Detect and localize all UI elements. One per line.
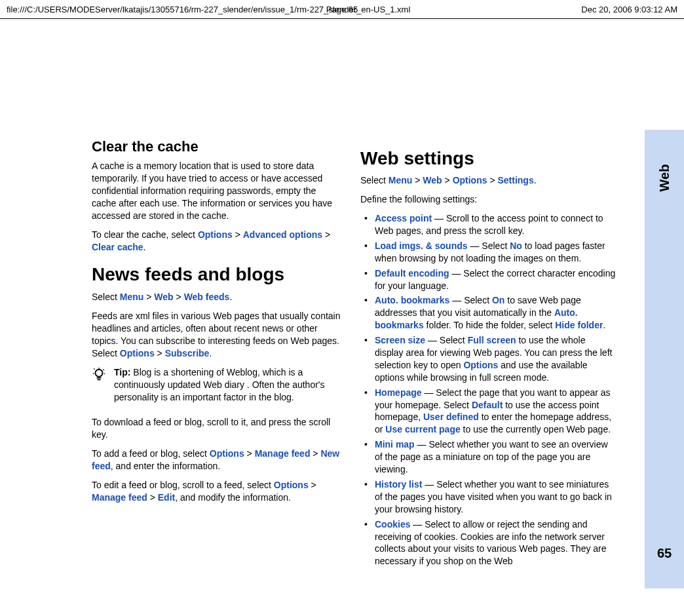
- feed-add: To add a feed or blog, select Options > …: [92, 448, 341, 472]
- left-column: Clear the cache A cache is a memory loca…: [92, 137, 341, 583]
- feed-edit: To edit a feed or blog, scroll to a feed…: [92, 479, 341, 504]
- clear-cache-howto: To clear the cache, select Options > Adv…: [92, 229, 341, 254]
- clear-cache-desc: A cache is a memory location that is use…: [92, 160, 341, 221]
- list-item: Cookies — Select to allow or reject the …: [360, 518, 616, 568]
- tip-text: Tip: Blog is a shortening of Weblog, whi…: [114, 366, 341, 404]
- timestamp: Dec 20, 2006 9:03:12 AM: [581, 4, 677, 16]
- content: Clear the cache A cache is a memory loca…: [0, 19, 684, 609]
- print-header: file:///C:/USERS/MODEServer/lkatajis/130…: [0, 0, 684, 19]
- settings-list: Access point — Scroll to the access poin…: [360, 212, 616, 568]
- feeds-desc: Feeds are xml files in various Web pages…: [92, 310, 341, 360]
- list-item: Access point — Scroll to the access poin…: [360, 212, 616, 237]
- feeds-select-path: Select Menu > Web > Web feeds.: [92, 291, 341, 303]
- heading-web-settings: Web settings: [360, 146, 616, 171]
- feed-download: To download a feed or blog, scroll to it…: [92, 416, 341, 441]
- define-label: Define the following settings:: [360, 193, 616, 206]
- list-item: Homepage — Select the page that you want…: [360, 387, 616, 436]
- list-item: Mini map — Select whether you want to se…: [360, 438, 616, 476]
- list-item: Load imgs. & sounds — Select No to load …: [360, 240, 616, 265]
- lightbulb-icon: [92, 368, 106, 382]
- right-column: Web settings Select Menu > Web > Options…: [360, 137, 616, 583]
- list-item: Auto. bookmarks — Select On to save Web …: [360, 294, 616, 332]
- list-item: Default encoding — Select the correct ch…: [360, 267, 616, 292]
- list-item: Screen size — Select Full screen to use …: [360, 334, 616, 384]
- list-item: History list — Select whether you want t…: [360, 478, 616, 516]
- heading-news-feeds: News feeds and blogs: [92, 262, 341, 287]
- web-settings-path: Select Menu > Web > Options > Settings.: [360, 174, 616, 187]
- svg-point-0: [96, 369, 103, 376]
- page-label: Page 65: [326, 4, 358, 16]
- heading-clear-cache: Clear the cache: [92, 137, 341, 157]
- tip-box: Tip: Blog is a shortening of Weblog, whi…: [92, 366, 341, 410]
